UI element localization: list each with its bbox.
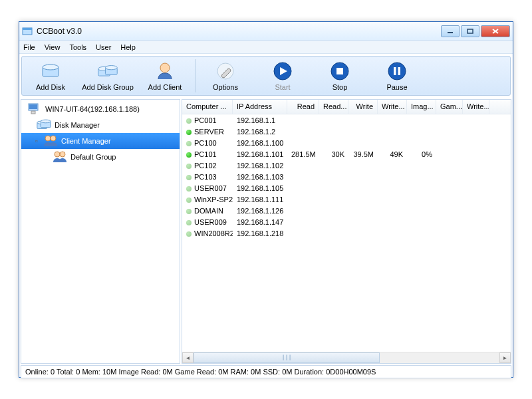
start-button[interactable]: Start (254, 57, 311, 95)
menubar: File View Tools User Help (19, 41, 513, 54)
tree-default-group[interactable]: Default Group (21, 149, 180, 165)
menu-help[interactable]: Help (120, 43, 136, 51)
scroll-grip-icon: ┃┃┃ (282, 355, 292, 360)
svg-point-28 (45, 136, 51, 141)
table-row[interactable]: PC103192.168.1.103 (182, 171, 511, 182)
computer-icon (27, 101, 43, 117)
col-image[interactable]: Imag... (407, 100, 436, 114)
tree-disk-manager-label: Disk Manager (55, 121, 100, 129)
play-icon (272, 61, 293, 82)
svg-point-30 (55, 152, 60, 157)
svg-point-27 (41, 120, 51, 123)
col-write[interactable]: Write (348, 100, 378, 114)
client-icon (154, 61, 176, 82)
add-disk-group-button[interactable]: Add Disk Group (79, 57, 136, 95)
col-read-s[interactable]: Read... (319, 100, 348, 114)
client-list: Computer ... IP Address Read Read... Wri… (182, 99, 511, 364)
table-row[interactable]: PC102192.168.1.102 (182, 160, 511, 171)
users-icon (43, 133, 59, 149)
toolbar-separator (195, 59, 196, 92)
tree-disk-manager[interactable]: Disk Manager (21, 117, 180, 133)
close-button[interactable] (481, 25, 510, 37)
status-dot-icon (186, 141, 192, 146)
col-read[interactable]: Read (287, 100, 319, 114)
svg-point-12 (160, 63, 170, 72)
col-write-s[interactable]: Write... (378, 100, 407, 114)
maximize-button[interactable] (461, 25, 479, 37)
table-row[interactable]: WIN2008R2C192.168.1.218 (182, 227, 511, 239)
table-row[interactable]: USER009192.168.1.147 (182, 216, 511, 227)
tree-client-manager-label: Client Manager (61, 137, 111, 145)
table-row[interactable]: PC001192.168.1.1 (182, 114, 511, 126)
menu-view[interactable]: View (45, 43, 61, 51)
status-dot-icon (186, 186, 192, 192)
scroll-thumb[interactable]: ┃┃┃ (194, 352, 380, 363)
status-dot-icon (186, 164, 192, 169)
pause-button[interactable]: Pause (368, 57, 426, 95)
body-area: WIN7-UIT-64(192.168.1.188) Disk Manager … (19, 98, 513, 365)
tree-root[interactable]: WIN7-UIT-64(192.168.1.188) (21, 101, 180, 117)
svg-point-11 (105, 66, 117, 70)
status-dot-icon (186, 152, 192, 158)
add-disk-button[interactable]: Add Disk (22, 57, 79, 95)
status-dot-icon (186, 231, 192, 237)
add-client-button[interactable]: Add Client (136, 57, 194, 95)
svg-rect-1 (23, 28, 32, 30)
scroll-track[interactable]: ┃┃┃ (194, 352, 499, 363)
stop-button[interactable]: Stop (311, 57, 368, 95)
users-icon (52, 149, 68, 165)
nav-tree[interactable]: WIN7-UIT-64(192.168.1.188) Disk Manager … (21, 99, 180, 364)
menu-tools[interactable]: Tools (69, 43, 86, 51)
add-disk-label: Add Disk (36, 83, 65, 91)
table-row[interactable]: USER007192.168.1.105 (182, 182, 511, 194)
table-row[interactable]: WinXP-SP2-P192.168.1.111 (182, 194, 511, 205)
status-dot-icon (186, 175, 192, 180)
status-text: Online: 0 Total: 0 Mem: 10M Image Read: … (25, 368, 376, 376)
pause-label: Pause (386, 83, 407, 91)
titlebar[interactable]: CCBoot v3.0 (19, 22, 513, 41)
tree-default-group-label: Default Group (70, 153, 116, 161)
status-dot-icon (186, 130, 192, 135)
svg-rect-19 (394, 67, 396, 75)
stop-label: Stop (332, 83, 348, 91)
svg-point-31 (60, 152, 65, 157)
disks-icon (36, 117, 52, 133)
options-label: Options (213, 83, 238, 91)
table-row[interactable]: PC100192.168.1.100 (182, 137, 511, 148)
stop-icon (329, 61, 350, 82)
add-disk-group-label: Add Disk Group (82, 83, 134, 91)
options-button[interactable]: Options (197, 57, 254, 95)
collapse-icon[interactable]: ▫ (33, 136, 40, 146)
minimize-button[interactable] (441, 25, 460, 37)
list-header[interactable]: Computer ... IP Address Read Read... Wri… (182, 100, 511, 114)
col-write2[interactable]: Write... (463, 100, 489, 114)
add-client-label: Add Client (148, 83, 182, 91)
status-dot-icon (186, 198, 192, 203)
svg-point-29 (51, 136, 56, 141)
app-icon (22, 26, 33, 37)
pause-icon (386, 61, 408, 82)
list-body[interactable]: PC001192.168.1.1SERVER192.168.1.2PC10019… (182, 114, 511, 352)
table-row[interactable]: DOMAIN192.168.1.126 (182, 205, 511, 216)
col-game[interactable]: Gam... (436, 100, 463, 114)
col-ip[interactable]: IP Address (233, 100, 287, 114)
scroll-right-button[interactable]: ► (499, 352, 511, 363)
menu-file[interactable]: File (23, 43, 35, 51)
tree-client-manager[interactable]: ▫ Client Manager (21, 133, 180, 149)
horizontal-scrollbar[interactable]: ◄ ┃┃┃ ► (182, 352, 511, 363)
table-row[interactable]: SERVER192.168.1.2 (182, 126, 511, 137)
status-dot-icon (186, 220, 192, 225)
statusbar: Online: 0 Total: 0 Mem: 10M Image Read: … (21, 365, 511, 378)
svg-point-7 (43, 65, 59, 70)
svg-rect-17 (336, 68, 343, 74)
scroll-left-button[interactable]: ◄ (182, 352, 194, 363)
col-computer[interactable]: Computer ... (182, 100, 233, 114)
table-row[interactable]: PC101192.168.1.101281.5M30K39.5M49K0% (182, 148, 511, 160)
window-title: CCBoot v3.0 (37, 27, 440, 36)
status-dot-icon (186, 118, 192, 124)
svg-rect-3 (467, 29, 473, 33)
svg-rect-20 (398, 67, 401, 75)
menu-user[interactable]: User (96, 43, 111, 51)
svg-rect-23 (31, 111, 35, 114)
app-window: CCBoot v3.0 File View Tools User Help Ad… (19, 21, 513, 378)
